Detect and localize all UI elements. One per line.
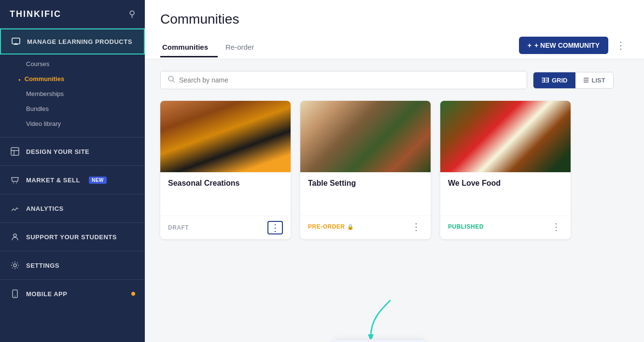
- tab-reorder[interactable]: Re-order: [224, 38, 264, 57]
- grid-label: GRID: [552, 77, 568, 84]
- sidebar-item-courses[interactable]: Courses: [0, 56, 145, 71]
- grid-icon: ∃∃: [541, 77, 549, 84]
- grid-view-button[interactable]: ∃∃ GRID: [533, 72, 575, 88]
- sidebar-logo-area: THINKIFIC ⚲: [0, 0, 145, 28]
- card-kebab-we-love-food[interactable]: ⋮: [549, 221, 563, 233]
- arrow-indicator: [361, 296, 400, 342]
- community-card-seasonal: Seasonal Creations DRAFT ⋮: [160, 101, 291, 239]
- tabs-row: Communities Re-order + + NEW COMMUNITY ⋮: [160, 37, 629, 59]
- sidebar-item-market[interactable]: MARKET & SELL NEW: [0, 168, 145, 192]
- tab-actions: + + NEW COMMUNITY ⋮: [519, 37, 629, 59]
- manage-learning-section: MANAGE LEARNING PRODUCTS Courses Communi…: [0, 28, 145, 135]
- community-grid: Seasonal Creations DRAFT ⋮ Table Setting…: [160, 101, 629, 239]
- new-community-button[interactable]: + + NEW COMMUNITY: [519, 37, 608, 54]
- sidebar-item-mobile[interactable]: MOBILE APP: [0, 282, 145, 306]
- svg-rect-1: [11, 148, 19, 155]
- card-status-we-love-food: PUBLISHED: [448, 223, 484, 230]
- card-image-table-setting: [300, 101, 431, 172]
- search-box: [160, 71, 527, 89]
- card-footer-seasonal: DRAFT ⋮: [160, 216, 291, 239]
- design-icon: [10, 146, 20, 157]
- card-image-we-love-food: [440, 101, 571, 172]
- search-icon[interactable]: ⚲: [129, 9, 135, 19]
- sidebar: THINKIFIC ⚲ MANAGE LEARNING PRODUCTS Cou…: [0, 0, 145, 342]
- sidebar-item-settings[interactable]: SETTINGS: [0, 253, 145, 277]
- search-input[interactable]: [179, 76, 520, 84]
- community-card-we-love-food: We Love Food PUBLISHED ⋮: [440, 101, 571, 239]
- sidebar-item-memberships[interactable]: Memberships: [0, 86, 145, 101]
- manage-learning-sub-items: Courses Communities Memberships Bundles …: [0, 55, 145, 135]
- list-view-button[interactable]: ☰ LIST: [575, 72, 613, 88]
- sidebar-item-design[interactable]: DESIGN YOUR SITE: [0, 139, 145, 164]
- search-icon: [168, 75, 175, 85]
- page-title: Communities: [160, 12, 629, 27]
- card-footer-table-setting: PRE-ORDER 🔒 ⋮: [300, 216, 431, 237]
- settings-icon: [10, 260, 20, 271]
- card-title-seasonal: Seasonal Creations: [168, 179, 283, 188]
- card-status-seasonal: DRAFT: [168, 224, 189, 231]
- svg-point-5: [14, 264, 16, 267]
- sidebar-item-manage-learning[interactable]: MANAGE LEARNING PRODUCTS: [0, 28, 145, 55]
- manage-learning-label: MANAGE LEARNING PRODUCTS: [27, 38, 132, 45]
- sidebar-item-bundles[interactable]: Bundles: [0, 101, 145, 116]
- list-label: LIST: [592, 77, 605, 84]
- sidebar-item-communities[interactable]: Communities: [0, 71, 145, 86]
- list-icon: ☰: [583, 77, 589, 84]
- community-card-table-setting: Table Setting PRE-ORDER 🔒 ⋮: [300, 101, 431, 239]
- mobile-label: MOBILE APP: [26, 290, 67, 298]
- support-label: SUPPORT YOUR STUDENTS: [26, 233, 117, 241]
- card-body-we-love-food: We Love Food: [440, 172, 571, 196]
- content-area: ∃∃ GRID ☰ LIST Seasonal Creations DRAFT: [145, 59, 644, 342]
- card-body-seasonal: Seasonal Creations: [160, 172, 291, 196]
- svg-point-4: [14, 234, 16, 237]
- market-label: MARKET & SELL: [26, 177, 80, 184]
- manage-learning-icon: [11, 36, 21, 47]
- main-content: Communities Communities Re-order + + NEW…: [145, 0, 644, 342]
- svg-point-7: [14, 296, 15, 297]
- market-icon: [10, 175, 20, 185]
- card-kebab-seasonal[interactable]: ⋮: [267, 221, 283, 234]
- dropdown-menu: EDIT GO TO COMMUNITY ↗ COPY SHARE LINK: [333, 339, 426, 342]
- svg-point-2: [13, 182, 14, 183]
- card-title-table-setting: Table Setting: [308, 179, 423, 188]
- view-toggle: ∃∃ GRID ☰ LIST: [533, 72, 614, 89]
- more-options-button[interactable]: ⋮: [613, 37, 629, 54]
- mobile-dot-indicator: [131, 292, 135, 296]
- svg-point-3: [16, 182, 17, 183]
- main-header: Communities Communities Re-order + + NEW…: [145, 0, 644, 59]
- card-footer-we-love-food: PUBLISHED ⋮: [440, 216, 571, 237]
- new-community-label: + NEW COMMUNITY: [534, 41, 600, 49]
- analytics-label: ANALYTICS: [26, 205, 64, 212]
- sidebar-item-support[interactable]: SUPPORT YOUR STUDENTS: [0, 225, 145, 249]
- tab-communities[interactable]: Communities: [160, 38, 218, 57]
- card-body-table-setting: Table Setting: [300, 172, 431, 196]
- analytics-icon: [10, 203, 20, 214]
- sidebar-item-analytics[interactable]: ANALYTICS: [0, 196, 145, 220]
- card-image-seasonal: [160, 101, 291, 172]
- mobile-icon: [10, 288, 20, 299]
- market-new-badge: NEW: [89, 177, 107, 184]
- design-label: DESIGN YOUR SITE: [26, 148, 89, 155]
- lock-icon: 🔒: [347, 224, 354, 230]
- card-kebab-table-setting[interactable]: ⋮: [409, 221, 423, 233]
- card-status-table-setting: PRE-ORDER 🔒: [308, 223, 354, 230]
- settings-label: SETTINGS: [26, 262, 59, 269]
- plus-icon: +: [528, 41, 532, 49]
- support-icon: [10, 232, 20, 242]
- app-logo: THINKIFIC: [10, 9, 61, 19]
- sidebar-item-video-library[interactable]: Video library: [0, 116, 145, 131]
- card-title-we-love-food: We Love Food: [448, 179, 563, 188]
- search-view-row: ∃∃ GRID ☰ LIST: [160, 71, 629, 89]
- dropdown-item-edit[interactable]: EDIT: [334, 340, 425, 342]
